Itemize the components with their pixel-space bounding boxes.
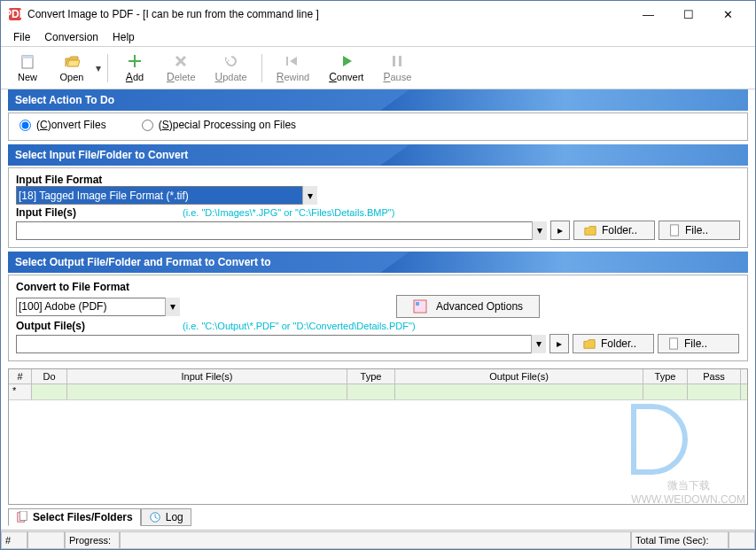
- output-file-button[interactable]: File..: [658, 334, 739, 353]
- add-button[interactable]: Add: [113, 51, 156, 85]
- input-format-label: Input File Format: [16, 174, 740, 186]
- svg-rect-9: [416, 302, 419, 306]
- convert-button[interactable]: Convert: [320, 51, 372, 85]
- tab-log[interactable]: Log: [141, 508, 191, 526]
- tab-select-files[interactable]: Select Files/Folders: [8, 508, 141, 526]
- output-format-label: Convert to File Format: [16, 281, 740, 293]
- grid-col-output[interactable]: Output File(s): [395, 369, 643, 383]
- output-files-dropdown-button[interactable]: ▾: [531, 335, 546, 353]
- svg-rect-3: [22, 56, 33, 58]
- radio-convert-files[interactable]: (C)onvert Files: [19, 119, 106, 131]
- menubar: File Conversion Help: [1, 27, 755, 47]
- app-icon: PDF: [8, 7, 22, 21]
- rewind-icon: [284, 53, 300, 69]
- maximize-button[interactable]: ☐: [668, 4, 708, 25]
- folder-icon: [582, 337, 596, 350]
- input-files-label: Input File(s): [16, 206, 76, 219]
- new-button[interactable]: New: [6, 52, 49, 84]
- radio-convert-input[interactable]: [19, 120, 31, 131]
- grid-row-marker: *: [9, 384, 32, 399]
- toolbar: New Open ▾ Add Delete Update Rewind Conv…: [1, 47, 755, 89]
- status-total-label: Total Time (Sec):: [631, 531, 729, 549]
- content-area: Select Action To Do (C)onvert Files (S)p…: [1, 89, 755, 549]
- input-folder-button[interactable]: Folder..: [573, 221, 655, 240]
- banner-input: Select Input File/Folder to Convert: [8, 144, 748, 166]
- status-progress-label: Progress:: [65, 531, 120, 549]
- play-icon: [339, 53, 355, 69]
- input-hint: (i.e. "D:\Images\*.JPG" or "C:\Files\Det…: [183, 207, 394, 218]
- bottom-tabs: Select Files/Folders Log: [8, 508, 748, 526]
- radio-special-processing[interactable]: (S)pecial Processing on Files: [142, 119, 296, 131]
- titlebar: PDF Convert Image to PDF - [I can be run…: [1, 1, 755, 27]
- svg-text:PDF: PDF: [8, 8, 22, 20]
- svg-rect-5: [393, 56, 395, 66]
- open-icon: [64, 54, 80, 70]
- grid-col-pass[interactable]: Pass: [688, 369, 741, 383]
- grid-col-type1[interactable]: Type: [347, 369, 395, 383]
- grid-col-do[interactable]: Do: [32, 369, 67, 383]
- pause-button[interactable]: Pause: [374, 51, 420, 85]
- new-icon: [19, 54, 35, 70]
- panel-input: Input File Format ▾ Input File(s) (i.e. …: [8, 167, 748, 248]
- input-files-dropdown-button[interactable]: ▾: [532, 221, 547, 240]
- clock-icon: [149, 511, 161, 523]
- rewind-button[interactable]: Rewind: [268, 51, 318, 85]
- files-grid: # Do Input File(s) Type Output File(s) T…: [8, 368, 748, 505]
- output-play-button[interactable]: ▸: [549, 334, 569, 353]
- grid-col-input[interactable]: Input File(s): [67, 369, 347, 383]
- output-format-select[interactable]: [16, 298, 180, 316]
- plus-icon: [127, 53, 143, 69]
- open-dropdown[interactable]: ▾: [95, 62, 102, 74]
- grid-col-num[interactable]: #: [9, 369, 32, 383]
- output-folder-button[interactable]: Folder..: [573, 334, 654, 353]
- files-icon: [16, 511, 28, 523]
- svg-rect-4: [286, 57, 288, 66]
- banner-action: Select Action To Do: [8, 89, 748, 111]
- status-num-val: [27, 531, 65, 549]
- grid-header: # Do Input File(s) Type Output File(s) T…: [9, 369, 747, 384]
- menu-file[interactable]: File: [6, 29, 37, 45]
- advanced-options-button[interactable]: Advanced Options: [396, 295, 540, 318]
- svg-rect-6: [399, 56, 401, 66]
- delete-icon: [173, 53, 189, 69]
- status-progress-val: [120, 531, 631, 549]
- folder-icon: [583, 224, 597, 236]
- open-button[interactable]: Open: [51, 52, 93, 84]
- output-hint: (i.e. "C:\Output\*.PDF" or "D:\Converted…: [183, 321, 416, 331]
- input-play-button[interactable]: ▸: [550, 221, 570, 240]
- grid-col-type2[interactable]: Type: [643, 369, 688, 383]
- input-format-dropdown-button[interactable]: ▾: [302, 186, 317, 205]
- svg-rect-7: [671, 225, 679, 236]
- update-icon: [223, 53, 239, 69]
- minimize-button[interactable]: —: [628, 4, 668, 25]
- statusbar: # Progress: Total Time (Sec):: [1, 530, 755, 549]
- input-format-select[interactable]: [16, 186, 317, 205]
- delete-button[interactable]: Delete: [158, 51, 205, 85]
- menu-conversion[interactable]: Conversion: [37, 29, 105, 45]
- update-button[interactable]: Update: [207, 51, 256, 85]
- panel-output: Convert to File Format ▾ Advanced Option…: [8, 275, 748, 361]
- file-icon: [667, 337, 680, 350]
- grid-row[interactable]: *: [9, 384, 747, 400]
- pause-icon: [389, 53, 405, 69]
- output-files-field[interactable]: [16, 335, 546, 353]
- banner-output: Select Output File/Folder and Format to …: [8, 252, 748, 273]
- close-button[interactable]: ✕: [708, 4, 748, 25]
- panel-action: (C)onvert Files (S)pecial Processing on …: [8, 112, 748, 141]
- menu-help[interactable]: Help: [105, 29, 142, 45]
- status-total-val: [729, 531, 755, 549]
- options-icon: [413, 299, 427, 314]
- output-format-dropdown-button[interactable]: ▾: [165, 298, 180, 316]
- output-files-label: Output File(s): [16, 320, 85, 332]
- file-icon: [668, 224, 681, 236]
- status-num: #: [1, 531, 27, 549]
- input-files-field[interactable]: [16, 221, 547, 240]
- svg-rect-10: [670, 338, 678, 349]
- radio-special-input[interactable]: [142, 120, 153, 131]
- window-title: Convert Image to PDF - [I can be run fro…: [27, 8, 628, 20]
- input-file-button[interactable]: File..: [659, 221, 740, 240]
- svg-rect-12: [19, 511, 27, 521]
